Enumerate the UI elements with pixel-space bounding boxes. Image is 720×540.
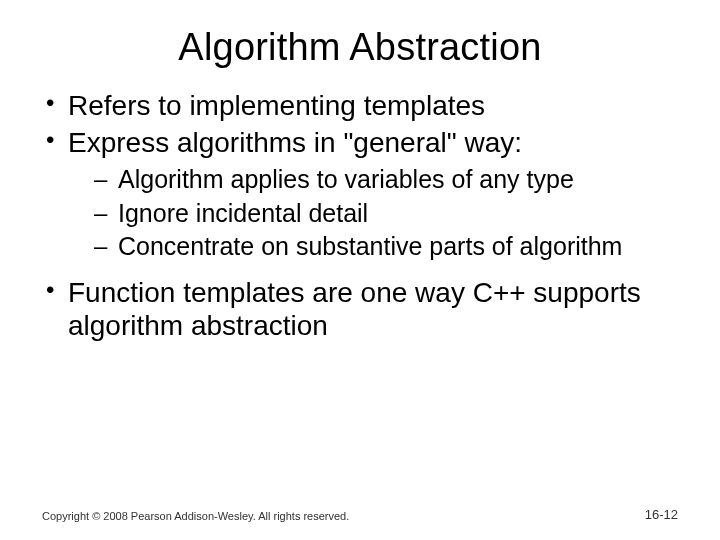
bullet-text: Express algorithms in "general" way: (68, 127, 522, 158)
bullet-item: Refers to implementing templates (42, 89, 678, 122)
sub-bullet-item: Ignore incidental detail (68, 199, 678, 229)
slide-title: Algorithm Abstraction (0, 0, 720, 77)
bullet-item: Express algorithms in "general" way: Alg… (42, 126, 678, 262)
bullet-item: Function templates are one way C++ suppo… (42, 276, 678, 342)
copyright-text: Copyright © 2008 Pearson Addison-Wesley.… (42, 510, 349, 522)
slide-footer: Copyright © 2008 Pearson Addison-Wesley.… (42, 507, 678, 522)
sub-bullet-list: Algorithm applies to variables of any ty… (68, 165, 678, 262)
bullet-list: Refers to implementing templates Express… (42, 89, 678, 342)
page-number: 16-12 (645, 507, 678, 522)
slide-body: Refers to implementing templates Express… (0, 77, 720, 342)
sub-bullet-item: Algorithm applies to variables of any ty… (68, 165, 678, 195)
slide: Algorithm Abstraction Refers to implemen… (0, 0, 720, 540)
sub-bullet-item: Concentrate on substantive parts of algo… (68, 232, 678, 262)
